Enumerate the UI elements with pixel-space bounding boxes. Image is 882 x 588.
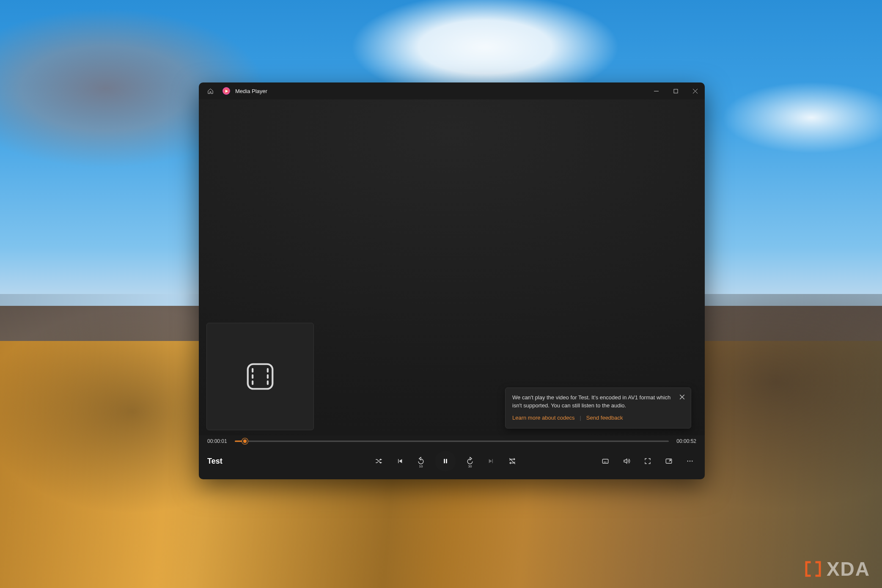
skip-previous-icon: [396, 458, 403, 464]
svg-rect-15: [446, 459, 447, 464]
subtitles-icon: [602, 457, 609, 465]
toast-close-button[interactable]: [677, 392, 687, 401]
subtitles-button[interactable]: [599, 455, 612, 467]
repeat-button[interactable]: [506, 455, 519, 467]
track-title: Test: [207, 457, 292, 466]
link-separator: |: [580, 414, 581, 422]
next-button[interactable]: [485, 455, 497, 467]
titlebar[interactable]: Media Player: [199, 82, 705, 99]
xda-watermark: XDA: [804, 558, 870, 580]
svg-point-22: [690, 461, 690, 462]
film-icon: [244, 360, 277, 393]
learn-more-link[interactable]: Learn more about codecs: [512, 414, 574, 422]
mini-player-button[interactable]: [662, 455, 675, 467]
maximize-button[interactable]: [666, 82, 685, 99]
transport-controls: 10 30: [292, 451, 599, 471]
secondary-controls: [599, 455, 696, 467]
skip-next-icon: [488, 458, 495, 464]
toast-message: We can't play the video for Test. It's e…: [512, 394, 674, 410]
svg-rect-14: [444, 459, 445, 464]
svg-rect-2: [674, 89, 678, 93]
svg-point-23: [692, 461, 692, 462]
svg-rect-5: [248, 364, 273, 389]
fullscreen-button[interactable]: [641, 455, 654, 467]
repeat-off-icon: [508, 457, 516, 465]
close-button[interactable]: [685, 82, 705, 99]
play-pause-button[interactable]: [436, 451, 455, 471]
skip-back-button[interactable]: 10: [415, 455, 427, 467]
svg-marker-0: [225, 89, 228, 92]
more-options-button[interactable]: [684, 455, 696, 467]
app-icon: [223, 87, 230, 95]
send-feedback-link[interactable]: Send feedback: [586, 414, 623, 422]
watermark-bracket-icon: [804, 560, 822, 578]
skip-forward-icon: [466, 457, 474, 465]
total-duration: 00:00:52: [676, 438, 696, 444]
elapsed-time: 00:00:01: [207, 438, 227, 444]
svg-rect-17: [602, 459, 608, 464]
shuffle-button[interactable]: [372, 455, 385, 467]
mini-player-icon: [665, 457, 673, 465]
control-bar: Test 10: [199, 445, 705, 479]
seek-bar[interactable]: [235, 437, 669, 445]
codec-error-toast: We can't play the video for Test. It's e…: [505, 387, 691, 429]
watermark-text: XDA: [827, 558, 870, 580]
home-button[interactable]: [203, 85, 217, 97]
shuffle-icon: [375, 457, 382, 465]
volume-icon: [623, 457, 630, 465]
skip-forward-label: 30: [468, 464, 472, 468]
skip-back-icon: [417, 457, 425, 465]
desktop-wallpaper: Media Player: [0, 0, 882, 588]
close-icon: [680, 395, 684, 399]
window-controls: [646, 82, 705, 99]
minimize-button[interactable]: [646, 82, 666, 99]
skip-forward-button[interactable]: 30: [464, 455, 476, 467]
svg-point-21: [687, 461, 688, 462]
media-player-window: Media Player: [199, 82, 705, 479]
media-thumbnail: [206, 323, 314, 430]
seek-row: 00:00:01 00:00:52: [199, 435, 705, 445]
skip-back-label: 10: [419, 464, 423, 468]
more-icon: [686, 457, 694, 465]
pause-icon: [442, 457, 449, 465]
volume-button[interactable]: [620, 455, 633, 467]
fullscreen-icon: [644, 457, 651, 465]
app-title: Media Player: [235, 88, 267, 94]
video-stage[interactable]: We can't play the video for Test. It's e…: [199, 99, 705, 435]
previous-button[interactable]: [393, 455, 406, 467]
